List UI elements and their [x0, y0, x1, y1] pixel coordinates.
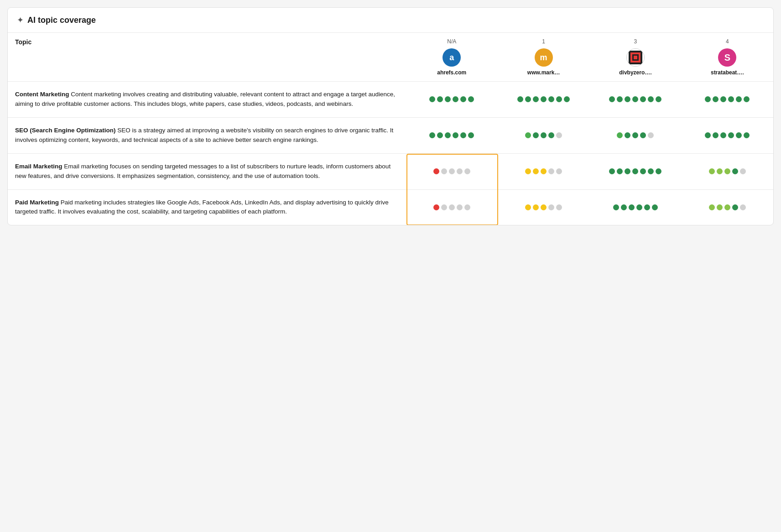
dots-group — [505, 204, 582, 210]
dot — [556, 168, 562, 174]
topic-description: Content marketing involves creating and … — [15, 91, 395, 107]
dots-group — [413, 132, 490, 138]
dot — [517, 96, 523, 102]
dot — [556, 132, 562, 138]
site-rank-divbyzero: 3 — [597, 38, 674, 45]
svg-rect-3 — [634, 56, 637, 59]
dot — [525, 204, 531, 210]
table-row: SEO (Search Engine Optimization) SEO is … — [8, 117, 773, 153]
site-name-ahrefs: ahrefs.com — [413, 69, 490, 76]
dot — [709, 204, 715, 210]
dot — [740, 204, 746, 210]
dot — [433, 168, 439, 174]
dot — [713, 132, 719, 138]
dots-cell-row0-site2 — [589, 82, 681, 118]
dot — [728, 132, 734, 138]
dots-cell-row0-site0 — [406, 82, 498, 118]
topic-title: SEO (Search Engine Optimization) — [15, 127, 116, 134]
dot — [525, 168, 531, 174]
ai-topic-coverage-card: ✦ AI topic coverage Topic N/A a ahrefs.c… — [7, 7, 774, 225]
dot — [460, 96, 466, 102]
dot — [541, 168, 547, 174]
dots-cell-row0-site3 — [682, 82, 773, 118]
dot — [617, 168, 623, 174]
dot — [648, 168, 654, 174]
dot — [541, 132, 547, 138]
dot — [449, 168, 455, 174]
dot — [525, 132, 531, 138]
site-name-divbyzero: divbyzero…. — [597, 69, 674, 76]
dot — [617, 96, 623, 102]
dots-group — [597, 132, 674, 138]
dots-group — [505, 168, 582, 174]
dots-group — [689, 204, 766, 210]
topic-cell-2: Email Marketing Email marketing focuses … — [8, 153, 406, 189]
dot — [453, 96, 458, 102]
dots-cell-row3-site2 — [589, 189, 681, 225]
dot — [541, 204, 547, 210]
dot — [656, 168, 661, 174]
dot — [648, 96, 654, 102]
dot — [632, 168, 638, 174]
dot — [640, 96, 646, 102]
dot — [564, 96, 570, 102]
dot — [609, 168, 615, 174]
dot — [548, 132, 554, 138]
dot — [720, 96, 726, 102]
dots-group — [413, 96, 490, 102]
table-row: Email Marketing Email marketing focuses … — [8, 153, 773, 189]
dots-cell-row1-site0 — [406, 117, 498, 153]
dot — [533, 168, 539, 174]
dot — [709, 168, 715, 174]
dot — [724, 204, 730, 210]
dot — [445, 132, 451, 138]
dot — [728, 96, 734, 102]
dot — [736, 132, 742, 138]
site-avatar-ahrefs: a — [443, 48, 461, 67]
card-header: ✦ AI topic coverage — [8, 8, 773, 33]
dot — [437, 96, 443, 102]
dot — [636, 204, 642, 210]
dot — [468, 96, 474, 102]
dot — [548, 168, 554, 174]
dot — [656, 96, 661, 102]
dot — [625, 168, 630, 174]
dots-cell-row2-site2 — [589, 153, 681, 189]
topic-title: Email Marketing — [15, 163, 62, 170]
dot — [640, 168, 646, 174]
dots-group — [597, 168, 674, 174]
dot — [648, 132, 654, 138]
dot — [720, 132, 726, 138]
dot — [437, 132, 443, 138]
dot — [609, 96, 615, 102]
dots-cell-row0-site1 — [498, 82, 589, 118]
dot — [632, 132, 638, 138]
dots-cell-row1-site3 — [682, 117, 773, 153]
dot — [429, 96, 435, 102]
dot — [533, 96, 539, 102]
dot — [441, 168, 447, 174]
dot — [533, 132, 539, 138]
dots-group — [505, 132, 582, 138]
dots-cell-row3-site0 — [406, 189, 498, 225]
dot — [640, 132, 646, 138]
dot — [464, 204, 470, 210]
dot — [629, 204, 635, 210]
dots-group — [597, 96, 674, 102]
dot — [548, 204, 554, 210]
dots-cell-row1-site1 — [498, 117, 589, 153]
coverage-table: Topic N/A a ahrefs.com 1 m www.mark… — [8, 33, 773, 225]
dot — [441, 204, 447, 210]
dot — [621, 204, 627, 210]
dot — [468, 132, 474, 138]
topic-description: Paid marketing includes strategies like … — [15, 199, 389, 215]
dot — [652, 204, 658, 210]
dots-group — [689, 168, 766, 174]
dot — [460, 132, 466, 138]
dots-cell-row3-site1 — [498, 189, 589, 225]
site-column-marketer: 1 m www.mark… — [498, 33, 589, 82]
dots-cell-row3-site3 — [682, 189, 773, 225]
dot — [457, 168, 463, 174]
dots-group — [413, 168, 490, 174]
dot — [625, 132, 630, 138]
